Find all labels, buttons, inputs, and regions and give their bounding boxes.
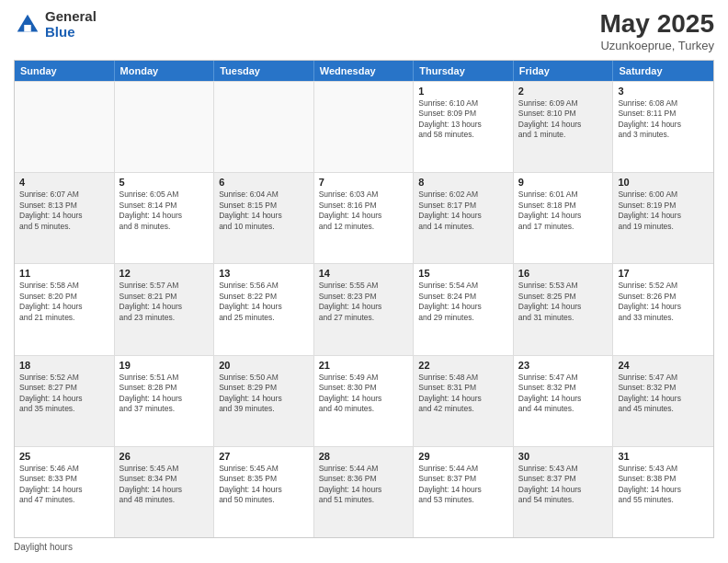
calendar-cell: 13Sunrise: 5:56 AM Sunset: 8:22 PM Dayli…	[214, 264, 314, 354]
day-number: 5	[119, 177, 210, 188]
calendar-cell: 16Sunrise: 5:53 AM Sunset: 8:25 PM Dayli…	[514, 264, 614, 354]
day-number: 31	[618, 451, 709, 462]
day-number: 1	[418, 86, 508, 97]
day-number: 9	[518, 177, 609, 188]
day-number: 10	[618, 177, 709, 188]
main-title: May 2025	[599, 9, 714, 39]
cell-text: Sunrise: 5:47 AM Sunset: 8:32 PM Dayligh…	[618, 373, 709, 415]
title-area: May 2025 Uzunkoeprue, Turkey	[599, 9, 714, 52]
calendar-cell: 2Sunrise: 6:09 AM Sunset: 8:10 PM Daylig…	[514, 82, 614, 172]
calendar-cell: 7Sunrise: 6:03 AM Sunset: 8:16 PM Daylig…	[314, 173, 415, 263]
cell-text: Sunrise: 5:43 AM Sunset: 8:38 PM Dayligh…	[618, 464, 709, 506]
calendar-cell: 18Sunrise: 5:52 AM Sunset: 8:27 PM Dayli…	[15, 356, 115, 446]
calendar-cell: 1Sunrise: 6:10 AM Sunset: 8:09 PM Daylig…	[414, 82, 514, 172]
day-number: 2	[518, 86, 609, 97]
calendar-cell: 21Sunrise: 5:49 AM Sunset: 8:30 PM Dayli…	[314, 356, 415, 446]
day-number: 6	[219, 177, 309, 188]
cell-text: Sunrise: 6:03 AM Sunset: 8:16 PM Dayligh…	[319, 190, 409, 232]
day-number: 20	[219, 360, 309, 371]
cell-text: Sunrise: 5:44 AM Sunset: 8:37 PM Dayligh…	[418, 464, 508, 506]
calendar-cell	[214, 82, 314, 172]
calendar-cell: 5Sunrise: 6:05 AM Sunset: 8:14 PM Daylig…	[115, 173, 215, 263]
calendar-cell: 24Sunrise: 5:47 AM Sunset: 8:32 PM Dayli…	[613, 356, 713, 446]
day-number: 15	[418, 268, 508, 279]
day-number: 8	[418, 177, 508, 188]
cell-text: Sunrise: 5:52 AM Sunset: 8:26 PM Dayligh…	[618, 281, 709, 323]
day-number: 27	[219, 451, 309, 462]
cell-text: Sunrise: 5:52 AM Sunset: 8:27 PM Dayligh…	[19, 373, 109, 415]
calendar-cell: 11Sunrise: 5:58 AM Sunset: 8:20 PM Dayli…	[15, 264, 115, 354]
logo-blue-text: Blue	[45, 25, 97, 40]
calendar-cell: 9Sunrise: 6:01 AM Sunset: 8:18 PM Daylig…	[514, 173, 614, 263]
day-number: 18	[19, 360, 109, 371]
cell-text: Sunrise: 5:43 AM Sunset: 8:37 PM Dayligh…	[518, 464, 609, 506]
day-number: 23	[518, 360, 609, 371]
cell-text: Sunrise: 5:55 AM Sunset: 8:23 PM Dayligh…	[319, 281, 409, 323]
cell-text: Sunrise: 5:46 AM Sunset: 8:33 PM Dayligh…	[19, 464, 109, 506]
day-header-friday: Friday	[514, 61, 614, 81]
calendar-row: 4Sunrise: 6:07 AM Sunset: 8:13 PM Daylig…	[15, 172, 713, 263]
header: General Blue May 2025 Uzunkoeprue, Turke…	[14, 9, 714, 52]
cell-text: Sunrise: 5:57 AM Sunset: 8:21 PM Dayligh…	[119, 281, 210, 323]
calendar-cell: 4Sunrise: 6:07 AM Sunset: 8:13 PM Daylig…	[15, 173, 115, 263]
calendar-header: SundayMondayTuesdayWednesdayThursdayFrid…	[15, 61, 713, 81]
cell-text: Sunrise: 5:47 AM Sunset: 8:32 PM Dayligh…	[518, 373, 609, 415]
cell-text: Sunrise: 5:56 AM Sunset: 8:22 PM Dayligh…	[219, 281, 309, 323]
cell-text: Sunrise: 6:05 AM Sunset: 8:14 PM Dayligh…	[119, 190, 210, 232]
calendar-cell: 6Sunrise: 6:04 AM Sunset: 8:15 PM Daylig…	[214, 173, 314, 263]
calendar-row: 18Sunrise: 5:52 AM Sunset: 8:27 PM Dayli…	[15, 355, 713, 446]
day-number: 29	[418, 451, 508, 462]
day-header-sunday: Sunday	[15, 61, 115, 81]
calendar-cell: 19Sunrise: 5:51 AM Sunset: 8:28 PM Dayli…	[115, 356, 215, 446]
day-header-tuesday: Tuesday	[214, 61, 314, 81]
day-number: 11	[19, 268, 109, 279]
cell-text: Sunrise: 5:51 AM Sunset: 8:28 PM Dayligh…	[119, 373, 210, 415]
logo-icon	[14, 11, 41, 39]
day-number: 16	[518, 268, 609, 279]
day-header-saturday: Saturday	[613, 61, 713, 81]
calendar-cell: 25Sunrise: 5:46 AM Sunset: 8:33 PM Dayli…	[15, 447, 115, 537]
calendar-cell: 12Sunrise: 5:57 AM Sunset: 8:21 PM Dayli…	[115, 264, 215, 354]
calendar-body: 1Sunrise: 6:10 AM Sunset: 8:09 PM Daylig…	[15, 81, 713, 537]
calendar-cell: 26Sunrise: 5:45 AM Sunset: 8:34 PM Dayli…	[115, 447, 215, 537]
calendar-cell: 15Sunrise: 5:54 AM Sunset: 8:24 PM Dayli…	[414, 264, 514, 354]
cell-text: Sunrise: 5:44 AM Sunset: 8:36 PM Dayligh…	[319, 464, 409, 506]
cell-text: Sunrise: 6:01 AM Sunset: 8:18 PM Dayligh…	[518, 190, 609, 232]
cell-text: Sunrise: 5:49 AM Sunset: 8:30 PM Dayligh…	[319, 373, 409, 415]
cell-text: Sunrise: 6:08 AM Sunset: 8:11 PM Dayligh…	[618, 98, 709, 141]
cell-text: Sunrise: 6:09 AM Sunset: 8:10 PM Dayligh…	[518, 98, 609, 141]
calendar: SundayMondayTuesdayWednesdayThursdayFrid…	[14, 60, 714, 538]
cell-text: Sunrise: 5:48 AM Sunset: 8:31 PM Dayligh…	[418, 373, 508, 415]
cell-text: Sunrise: 6:04 AM Sunset: 8:15 PM Dayligh…	[219, 190, 309, 232]
subtitle: Uzunkoeprue, Turkey	[599, 39, 714, 52]
day-number: 4	[19, 177, 109, 188]
cell-text: Sunrise: 5:45 AM Sunset: 8:35 PM Dayligh…	[219, 464, 309, 506]
calendar-cell: 29Sunrise: 5:44 AM Sunset: 8:37 PM Dayli…	[414, 447, 514, 537]
day-number: 7	[319, 177, 409, 188]
logo: General Blue	[14, 9, 97, 40]
logo-general-text: General	[45, 9, 97, 25]
footer-note: Daylight hours	[14, 538, 714, 554]
day-number: 13	[219, 268, 309, 279]
day-number: 19	[119, 360, 210, 371]
calendar-row: 11Sunrise: 5:58 AM Sunset: 8:20 PM Dayli…	[15, 263, 713, 354]
day-number: 22	[418, 360, 508, 371]
day-number: 3	[618, 86, 709, 97]
cell-text: Sunrise: 6:02 AM Sunset: 8:17 PM Dayligh…	[418, 190, 508, 232]
cell-text: Sunrise: 6:00 AM Sunset: 8:19 PM Dayligh…	[618, 190, 709, 232]
calendar-cell: 27Sunrise: 5:45 AM Sunset: 8:35 PM Dayli…	[214, 447, 314, 537]
day-number: 17	[618, 268, 709, 279]
calendar-cell: 20Sunrise: 5:50 AM Sunset: 8:29 PM Dayli…	[214, 356, 314, 446]
day-header-thursday: Thursday	[414, 61, 514, 81]
day-number: 26	[119, 451, 210, 462]
cell-text: Sunrise: 5:53 AM Sunset: 8:25 PM Dayligh…	[518, 281, 609, 323]
day-number: 28	[319, 451, 409, 462]
calendar-cell: 22Sunrise: 5:48 AM Sunset: 8:31 PM Dayli…	[414, 356, 514, 446]
calendar-cell	[115, 82, 215, 172]
day-number: 12	[119, 268, 210, 279]
cell-text: Sunrise: 5:50 AM Sunset: 8:29 PM Dayligh…	[219, 373, 309, 415]
calendar-cell: 28Sunrise: 5:44 AM Sunset: 8:36 PM Dayli…	[314, 447, 415, 537]
logo-text: General Blue	[45, 9, 97, 40]
calendar-cell: 14Sunrise: 5:55 AM Sunset: 8:23 PM Dayli…	[314, 264, 415, 354]
calendar-row: 25Sunrise: 5:46 AM Sunset: 8:33 PM Dayli…	[15, 446, 713, 537]
